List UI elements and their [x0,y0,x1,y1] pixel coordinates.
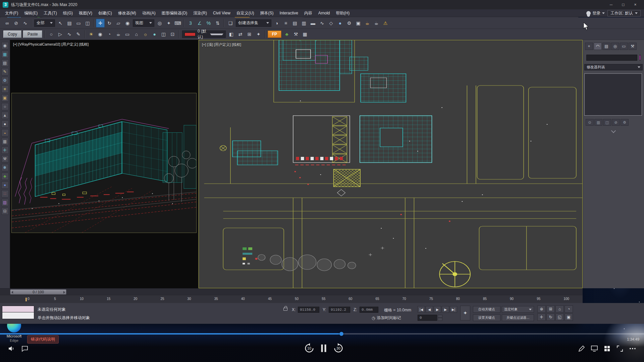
menu-item[interactable]: 组(G) [60,9,76,17]
top-viewport[interactable]: [+] [顶] [用户定义] [线框] [199,40,583,288]
make-unique-icon[interactable]: ◫ [603,119,611,126]
track-bar[interactable]: 0 5 10 15 20 25 30 35 40 45 [0,295,583,303]
layers-icon[interactable]: ⊟ [1,207,9,215]
frame-spinner[interactable] [438,315,442,321]
tab-modify[interactable]: ◠ [594,43,602,50]
rectangular-region-icon[interactable]: ▭ [74,19,83,27]
rewind-10-button[interactable]: 10 [304,343,315,354]
light-icon[interactable]: ☀ [87,30,96,39]
close-button[interactable]: × [629,1,641,9]
scene-explorer-icon[interactable]: ▤ [290,19,299,27]
mesh-icon[interactable]: ▩ [1,138,9,145]
fence-region-icon[interactable]: ▷ [56,30,65,39]
bind-to-spacewarp-icon[interactable]: ∿ [21,19,30,27]
tab-display[interactable]: ▭ [620,43,628,50]
menu-item[interactable]: 自定义(U) [233,9,257,17]
top-viewport-label[interactable]: [+] [顶] [用户定义] [线框] [202,42,241,47]
use-pivot-point-icon[interactable]: ◎ [155,19,164,27]
lasso-region-icon[interactable]: ∿ [65,30,74,39]
unlink-selection-icon[interactable]: ⊘ [12,19,20,27]
video-progress-handle[interactable] [339,332,343,336]
select-by-name-icon[interactable]: ▤ [65,19,74,27]
spotlight-icon[interactable]: ◉ [96,30,105,39]
home-grid-icon[interactable]: ⌂ [132,30,141,39]
screen-share-button[interactable] [590,345,598,353]
render-iterative-icon[interactable]: ☕ [372,19,381,27]
ball-icon[interactable]: ● [1,181,9,189]
menu-item[interactable]: 动画(A) [139,9,159,17]
object-color-swatch[interactable] [639,55,641,60]
paint-region-icon[interactable]: ✎ [74,30,83,39]
mirror-icon[interactable]: ◑ [272,19,281,27]
menu-item[interactable]: 视图(V) [76,9,95,17]
warning-icon[interactable]: ⚠ [381,19,390,27]
key-filter-dropdown[interactable]: 选定对象 [502,306,534,313]
zoom-all-icon[interactable]: ⊞ [546,305,555,313]
hammer-icon[interactable]: ⚒ [291,30,300,39]
zoom-icon[interactable]: ⊕ [537,305,546,313]
plant-icon[interactable]: ♣ [1,173,9,180]
minimize-button[interactable]: ─ [605,1,617,9]
render-production-icon[interactable]: ☕ [363,19,372,27]
play-button[interactable]: ▶ [434,306,441,313]
maximize-button[interactable]: □ [617,1,629,9]
menu-item[interactable]: 脚本(S) [257,9,276,17]
walkthrough-icon[interactable]: ◱ [555,313,564,321]
snaps-toggle-icon[interactable]: 3 [186,19,195,27]
listener-macro-line[interactable] [2,306,34,312]
key-filters-button[interactable]: 关键点过滤器... [502,314,534,321]
layer-explorer-icon[interactable]: ▥ [300,19,308,27]
orbit-icon[interactable]: ↻ [546,313,555,321]
set-keys-button[interactable]: 设置关键点 [473,314,500,321]
select-and-manipulate-icon[interactable]: ✦ [164,19,173,27]
eye-icon[interactable]: ◉ [1,42,9,49]
tab-create[interactable]: + [585,43,593,50]
camera-viewport-canvas[interactable] [12,93,196,233]
menu-item[interactable]: 内容 [301,9,315,17]
circle-icon[interactable]: ○ [1,103,9,110]
rendered-frame-window-icon[interactable]: ▣ [354,19,363,27]
teapot-icon[interactable]: ☕ [114,30,123,39]
fov-icon[interactable]: ◔ [565,305,573,313]
menu-item[interactable]: 创建(C) [95,9,115,17]
paste-button[interactable]: Paste [23,31,42,38]
menu-item[interactable]: Interactive [276,9,301,17]
tab-hierarchy[interactable]: ▤ [602,43,610,50]
sign-in-button[interactable]: 登录 [586,10,605,16]
percent-snap-icon[interactable]: % [204,19,213,27]
render-setup-icon[interactable]: ⚙ [345,19,354,27]
configure-modifier-sets-icon[interactable]: ⚙ [621,119,629,126]
frame-icon[interactable]: ⊡ [168,30,177,39]
gear-icon[interactable]: ⚙ [1,77,9,84]
menu-item[interactable]: 修改器(M) [115,9,139,17]
pattern-icon[interactable]: ▨ [1,199,9,206]
fullscreen-button[interactable] [616,345,624,353]
auto-key-button[interactable]: 自动关键点 [473,306,500,313]
modifier-stack[interactable] [584,73,642,116]
fp-button[interactable]: FP [268,31,281,38]
sun-positioner-icon[interactable]: ☼ [141,30,150,39]
angle-snap-icon[interactable]: ∠ [195,19,204,27]
selection-lock-icon[interactable] [283,308,287,311]
spinner-snap-icon[interactable]: ⇅ [213,19,222,27]
earth-icon[interactable]: ◒ [1,129,9,136]
pause-button[interactable] [319,343,328,353]
edit-named-sets-icon[interactable]: ❏ [226,19,235,27]
keyboard-override-icon[interactable]: ⌨ [173,19,182,27]
pencil-icon[interactable]: ✎ [1,68,9,75]
hammer-icon[interactable]: ⚒ [1,155,9,163]
cross-icon[interactable]: ✛ [1,146,9,154]
named-selection-sets-dropdown[interactable]: 创建选择集 [236,19,271,27]
go-to-start-button[interactable]: |◀ [418,306,425,313]
select-and-place-icon[interactable]: ◉ [123,19,132,27]
camera-viewport[interactable]: [+] [VRayPhysicalCamera02] [用户定义] [线框] [10,40,198,288]
apps-grid-button[interactable] [603,345,611,353]
sparkle-icon[interactable]: ✦ [254,30,263,39]
select-object-icon[interactable]: ↖ [56,19,65,27]
align-icon[interactable]: ≡ [281,19,290,27]
menu-item[interactable]: 图形编辑器(D) [159,9,191,17]
layer-dropdown[interactable]: 0 (默认) [182,31,226,38]
go-to-end-button[interactable]: ▶| [450,306,457,313]
current-frame-field[interactable]: 0 [418,315,437,321]
selection-filter-dropdown[interactable]: 全部 [34,19,55,27]
